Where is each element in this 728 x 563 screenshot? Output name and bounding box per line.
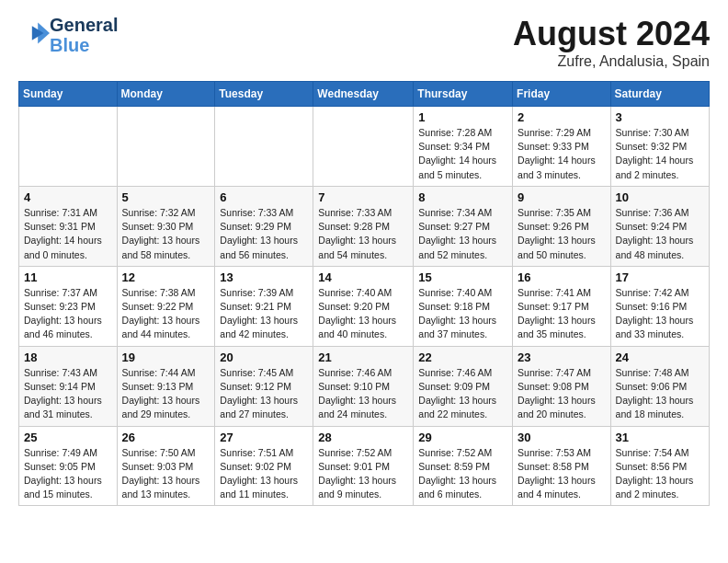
calendar-cell: 14Sunrise: 7:40 AM Sunset: 9:20 PM Dayli… [313, 266, 414, 346]
day-info: Sunrise: 7:51 AM Sunset: 9:02 PM Dayligh… [220, 446, 308, 502]
day-info: Sunrise: 7:38 AM Sunset: 9:22 PM Dayligh… [122, 286, 210, 342]
day-info: Sunrise: 7:50 AM Sunset: 9:03 PM Dayligh… [122, 446, 210, 502]
calendar-cell: 19Sunrise: 7:44 AM Sunset: 9:13 PM Dayli… [117, 346, 215, 426]
calendar-cell: 16Sunrise: 7:41 AM Sunset: 9:17 PM Dayli… [513, 266, 611, 346]
calendar-cell: 9Sunrise: 7:35 AM Sunset: 9:26 PM Daylig… [513, 186, 611, 266]
day-info: Sunrise: 7:47 AM Sunset: 9:08 PM Dayligh… [518, 366, 606, 422]
day-number: 4 [24, 190, 112, 204]
calendar-cell: 11Sunrise: 7:37 AM Sunset: 9:23 PM Dayli… [19, 266, 118, 346]
calendar-cell [19, 107, 118, 187]
logo-line1: General [50, 15, 118, 35]
day-number: 3 [616, 110, 704, 124]
calendar-cell: 12Sunrise: 7:38 AM Sunset: 9:22 PM Dayli… [117, 266, 215, 346]
page-title: August 2024 [513, 15, 710, 53]
day-info: Sunrise: 7:29 AM Sunset: 9:33 PM Dayligh… [518, 126, 606, 182]
day-number: 5 [122, 190, 210, 204]
day-info: Sunrise: 7:28 AM Sunset: 9:34 PM Dayligh… [418, 126, 507, 182]
logo-icon [20, 20, 50, 46]
day-info: Sunrise: 7:41 AM Sunset: 9:17 PM Dayligh… [518, 286, 606, 342]
calendar-cell: 15Sunrise: 7:40 AM Sunset: 9:18 PM Dayli… [414, 266, 513, 346]
calendar-header: Sunday Monday Tuesday Wednesday Thursday… [19, 82, 710, 107]
day-info: Sunrise: 7:33 AM Sunset: 9:29 PM Dayligh… [220, 206, 308, 262]
calendar-cell: 26Sunrise: 7:50 AM Sunset: 9:03 PM Dayli… [117, 426, 215, 506]
day-number: 24 [616, 350, 704, 364]
calendar-cell: 5Sunrise: 7:32 AM Sunset: 9:30 PM Daylig… [117, 186, 215, 266]
calendar-cell: 7Sunrise: 7:33 AM Sunset: 9:28 PM Daylig… [313, 186, 414, 266]
day-number: 27 [220, 431, 308, 444]
calendar-cell: 1Sunrise: 7:28 AM Sunset: 9:34 PM Daylig… [414, 107, 513, 187]
day-info: Sunrise: 7:46 AM Sunset: 9:10 PM Dayligh… [318, 366, 408, 422]
day-info: Sunrise: 7:43 AM Sunset: 9:14 PM Dayligh… [24, 366, 112, 422]
calendar-cell: 31Sunrise: 7:54 AM Sunset: 8:56 PM Dayli… [610, 426, 709, 506]
day-number: 8 [418, 190, 507, 204]
day-number: 25 [24, 431, 112, 444]
day-info: Sunrise: 7:32 AM Sunset: 9:30 PM Dayligh… [122, 206, 210, 262]
calendar-cell: 13Sunrise: 7:39 AM Sunset: 9:21 PM Dayli… [215, 266, 313, 346]
title-block: August 2024 Zufre, Andalusia, Spain [513, 15, 710, 70]
logo-text: General Blue [50, 15, 118, 55]
calendar-cell: 22Sunrise: 7:46 AM Sunset: 9:09 PM Dayli… [414, 346, 513, 426]
calendar-week-3: 18Sunrise: 7:43 AM Sunset: 9:14 PM Dayli… [19, 346, 710, 426]
day-info: Sunrise: 7:40 AM Sunset: 9:20 PM Dayligh… [318, 286, 408, 342]
day-number: 21 [318, 350, 408, 364]
day-number: 20 [220, 350, 308, 364]
calendar: Sunday Monday Tuesday Wednesday Thursday… [18, 81, 710, 506]
day-info: Sunrise: 7:53 AM Sunset: 8:58 PM Dayligh… [518, 446, 606, 502]
calendar-week-1: 4Sunrise: 7:31 AM Sunset: 9:31 PM Daylig… [19, 186, 710, 266]
day-info: Sunrise: 7:33 AM Sunset: 9:28 PM Dayligh… [318, 206, 408, 262]
calendar-cell: 21Sunrise: 7:46 AM Sunset: 9:10 PM Dayli… [313, 346, 414, 426]
day-info: Sunrise: 7:54 AM Sunset: 8:56 PM Dayligh… [616, 446, 704, 502]
page: General Blue August 2024 Zufre, Andalusi… [0, 0, 728, 521]
calendar-cell: 25Sunrise: 7:49 AM Sunset: 9:05 PM Dayli… [19, 426, 118, 506]
day-number: 15 [418, 270, 507, 284]
calendar-cell: 4Sunrise: 7:31 AM Sunset: 9:31 PM Daylig… [19, 186, 118, 266]
logo: General Blue [18, 15, 118, 55]
day-number: 19 [122, 350, 210, 364]
col-tuesday: Tuesday [215, 82, 313, 107]
day-info: Sunrise: 7:49 AM Sunset: 9:05 PM Dayligh… [24, 446, 112, 502]
header: General Blue August 2024 Zufre, Andalusi… [18, 15, 710, 70]
day-number: 7 [318, 190, 408, 204]
calendar-week-2: 11Sunrise: 7:37 AM Sunset: 9:23 PM Dayli… [19, 266, 710, 346]
calendar-cell: 3Sunrise: 7:30 AM Sunset: 9:32 PM Daylig… [610, 107, 709, 187]
calendar-cell: 23Sunrise: 7:47 AM Sunset: 9:08 PM Dayli… [513, 346, 611, 426]
day-number: 16 [518, 270, 606, 284]
col-thursday: Thursday [414, 82, 513, 107]
calendar-week-0: 1Sunrise: 7:28 AM Sunset: 9:34 PM Daylig… [19, 107, 710, 187]
col-friday: Friday [513, 82, 611, 107]
day-info: Sunrise: 7:37 AM Sunset: 9:23 PM Dayligh… [24, 286, 112, 342]
day-info: Sunrise: 7:31 AM Sunset: 9:31 PM Dayligh… [24, 206, 112, 262]
day-number: 12 [122, 270, 210, 284]
calendar-cell: 17Sunrise: 7:42 AM Sunset: 9:16 PM Dayli… [610, 266, 709, 346]
weekday-row: Sunday Monday Tuesday Wednesday Thursday… [19, 82, 710, 107]
calendar-cell: 2Sunrise: 7:29 AM Sunset: 9:33 PM Daylig… [513, 107, 611, 187]
day-number: 30 [518, 431, 606, 444]
calendar-cell: 24Sunrise: 7:48 AM Sunset: 9:06 PM Dayli… [610, 346, 709, 426]
day-number: 22 [418, 350, 507, 364]
day-number: 29 [418, 431, 507, 444]
calendar-cell: 30Sunrise: 7:53 AM Sunset: 8:58 PM Dayli… [513, 426, 611, 506]
day-info: Sunrise: 7:48 AM Sunset: 9:06 PM Dayligh… [616, 366, 704, 422]
col-monday: Monday [117, 82, 215, 107]
day-info: Sunrise: 7:45 AM Sunset: 9:12 PM Dayligh… [220, 366, 308, 422]
calendar-cell: 18Sunrise: 7:43 AM Sunset: 9:14 PM Dayli… [19, 346, 118, 426]
day-number: 13 [220, 270, 308, 284]
day-number: 17 [616, 270, 704, 284]
day-info: Sunrise: 7:40 AM Sunset: 9:18 PM Dayligh… [418, 286, 507, 342]
calendar-cell: 20Sunrise: 7:45 AM Sunset: 9:12 PM Dayli… [215, 346, 313, 426]
calendar-cell [117, 107, 215, 187]
day-info: Sunrise: 7:42 AM Sunset: 9:16 PM Dayligh… [616, 286, 704, 342]
day-number: 6 [220, 190, 308, 204]
calendar-week-4: 25Sunrise: 7:49 AM Sunset: 9:05 PM Dayli… [19, 426, 710, 506]
day-number: 10 [616, 190, 704, 204]
day-number: 31 [616, 431, 704, 444]
day-info: Sunrise: 7:34 AM Sunset: 9:27 PM Dayligh… [418, 206, 507, 262]
day-info: Sunrise: 7:39 AM Sunset: 9:21 PM Dayligh… [220, 286, 308, 342]
page-subtitle: Zufre, Andalusia, Spain [513, 53, 710, 70]
col-sunday: Sunday [19, 82, 118, 107]
col-saturday: Saturday [610, 82, 709, 107]
calendar-cell: 27Sunrise: 7:51 AM Sunset: 9:02 PM Dayli… [215, 426, 313, 506]
logo-line2: Blue [50, 35, 89, 55]
day-number: 14 [318, 270, 408, 284]
day-number: 23 [518, 350, 606, 364]
